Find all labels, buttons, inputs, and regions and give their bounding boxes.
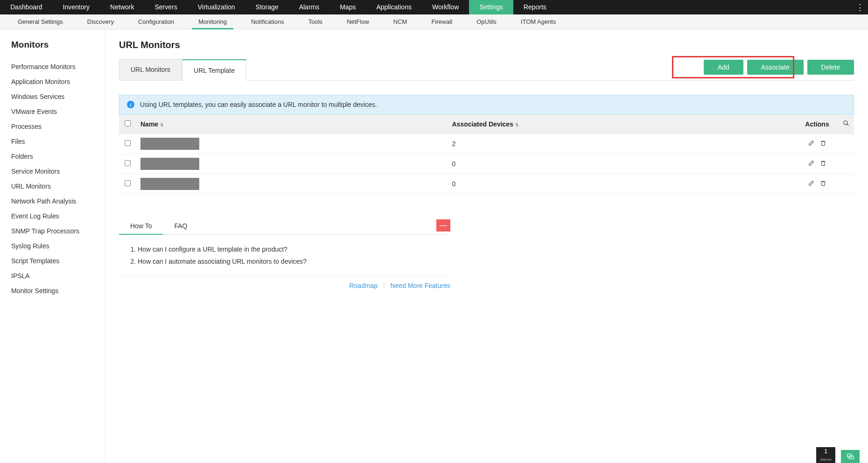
sidebar-item-url-monitors[interactable]: URL Monitors xyxy=(11,179,105,194)
howto-section: How ToFAQ — How can I configure a URL te… xyxy=(119,217,450,289)
sidebar-item-performance-monitors[interactable]: Performance Monitors xyxy=(11,59,105,74)
row-name xyxy=(136,174,447,194)
sidebar-item-snmp-trap-processors[interactable]: SNMP Trap Processors xyxy=(11,224,105,239)
search-icon[interactable] xyxy=(843,120,849,128)
sidebar-item-windows-services[interactable]: Windows Services xyxy=(11,89,105,104)
redacted-name xyxy=(140,158,199,170)
subnav-item-monitoring[interactable]: Monitoring xyxy=(186,14,239,29)
subnav-item-oputils[interactable]: OpUtils xyxy=(464,14,509,29)
tab-url-template[interactable]: URL Template xyxy=(182,59,246,81)
associate-button[interactable]: Associate xyxy=(747,60,804,75)
sidebar-item-service-monitors[interactable]: Service Monitors xyxy=(11,164,105,179)
topnav-item-alarms[interactable]: Alarms xyxy=(289,0,330,14)
edit-icon[interactable] xyxy=(808,140,814,148)
table-row: 0 xyxy=(119,174,854,194)
tab-row: URL MonitorsURL Template Add Associate D… xyxy=(119,59,854,81)
howto-close-button[interactable]: — xyxy=(436,219,450,232)
sidebar-item-monitor-settings[interactable]: Monitor Settings xyxy=(11,283,105,298)
row-devices: 0 xyxy=(447,174,796,194)
sidebar: Monitors Performance MonitorsApplication… xyxy=(0,29,105,463)
info-text: Using URL templates, you can easily asso… xyxy=(140,101,377,108)
row-name xyxy=(136,154,447,174)
subnav-item-firewall[interactable]: Firewall xyxy=(419,14,464,29)
row-checkbox[interactable] xyxy=(125,160,131,166)
topnav-item-virtualization[interactable]: Virtualization xyxy=(188,0,245,14)
sort-icon[interactable]: ⇅ xyxy=(160,123,164,127)
howto-item[interactable]: How can I automate associating URL monit… xyxy=(138,255,450,267)
topnav-item-storage[interactable]: Storage xyxy=(245,0,289,14)
row-devices: 0 xyxy=(447,154,796,174)
topnav-item-reports[interactable]: Reports xyxy=(513,0,557,14)
table-row: 0 xyxy=(119,154,854,174)
info-icon: i xyxy=(127,101,134,108)
roadmap-link[interactable]: Roadmap xyxy=(349,282,378,289)
top-nav: DashboardInventoryNetworkServersVirtuali… xyxy=(0,0,868,14)
main-content: URL Monitors URL MonitorsURL Template Ad… xyxy=(105,29,868,463)
sidebar-item-syslog-rules[interactable]: Syslog Rules xyxy=(11,239,105,253)
subnav-item-ncm[interactable]: NCM xyxy=(381,14,420,29)
delete-icon[interactable] xyxy=(820,181,826,188)
alarms-widget[interactable]: 1 Alarms xyxy=(816,447,835,463)
col-devices: Associated Devices⇅ xyxy=(447,114,796,134)
topnav-item-workflow[interactable]: Workflow xyxy=(422,0,469,14)
templates-table: Name⇅ Associated Devices⇅ Actions 200 xyxy=(119,114,854,194)
subnav-item-configuration[interactable]: Configuration xyxy=(126,14,186,29)
topnav-item-inventory[interactable]: Inventory xyxy=(53,0,100,14)
svg-line-1 xyxy=(847,124,849,126)
howto-tab-how-to[interactable]: How To xyxy=(119,217,163,234)
subnav-item-general-settings[interactable]: General Settings xyxy=(6,14,75,29)
subnav-item-itom-agents[interactable]: ITOM Agents xyxy=(509,14,568,29)
col-actions: Actions xyxy=(796,114,838,134)
howto-tab-faq[interactable]: FAQ xyxy=(163,217,198,234)
topnav-item-maps[interactable]: Maps xyxy=(329,0,366,14)
subnav-item-tools[interactable]: Tools xyxy=(296,14,335,29)
table-row: 2 xyxy=(119,134,854,154)
sidebar-title: Monitors xyxy=(11,40,105,50)
edit-icon[interactable] xyxy=(808,181,814,188)
topnav-item-settings[interactable]: Settings xyxy=(469,0,513,14)
page-title: URL Monitors xyxy=(119,40,854,50)
sub-nav: General SettingsDiscoveryConfigurationMo… xyxy=(0,14,868,29)
delete-button[interactable]: Delete xyxy=(807,60,854,75)
row-devices: 2 xyxy=(447,134,796,154)
chat-widget[interactable] xyxy=(841,450,860,463)
topnav-item-dashboard[interactable]: Dashboard xyxy=(0,0,53,14)
select-all-checkbox[interactable] xyxy=(125,120,131,126)
sidebar-item-application-monitors[interactable]: Application Monitors xyxy=(11,74,105,89)
subnav-item-discovery[interactable]: Discovery xyxy=(75,14,126,29)
redacted-name xyxy=(140,138,199,150)
subnav-item-notifications[interactable]: Notifications xyxy=(239,14,296,29)
add-button[interactable]: Add xyxy=(704,60,743,75)
sidebar-item-script-templates[interactable]: Script Templates xyxy=(11,253,105,268)
sidebar-item-files[interactable]: Files xyxy=(11,134,105,149)
topnav-item-servers[interactable]: Servers xyxy=(144,0,187,14)
sort-icon[interactable]: ⇅ xyxy=(515,123,519,127)
row-name xyxy=(136,134,447,154)
delete-icon[interactable] xyxy=(820,140,826,148)
need-features-link[interactable]: Need More Features xyxy=(391,282,450,289)
sidebar-item-folders[interactable]: Folders xyxy=(11,149,105,164)
subnav-item-netflow[interactable]: NetFlow xyxy=(335,14,381,29)
row-checkbox[interactable] xyxy=(125,140,131,146)
delete-icon[interactable] xyxy=(820,161,826,168)
redacted-name xyxy=(140,178,199,190)
topnav-item-applications[interactable]: Applications xyxy=(366,0,422,14)
row-checkbox[interactable] xyxy=(125,180,131,186)
sidebar-item-processes[interactable]: Processes xyxy=(11,119,105,134)
col-name: Name⇅ xyxy=(136,114,447,134)
info-banner: i Using URL templates, you can easily as… xyxy=(119,95,854,114)
sidebar-item-event-log-rules[interactable]: Event Log Rules xyxy=(11,209,105,224)
more-menu-icon[interactable]: ⋮ xyxy=(856,2,864,13)
topnav-item-network[interactable]: Network xyxy=(100,0,144,14)
sidebar-item-ipsla[interactable]: IPSLA xyxy=(11,268,105,283)
sidebar-item-network-path-analysis[interactable]: Network Path Analysis xyxy=(11,194,105,209)
svg-point-0 xyxy=(844,121,847,125)
sidebar-item-vmware-events[interactable]: VMware Events xyxy=(11,104,105,119)
edit-icon[interactable] xyxy=(808,161,814,168)
tab-url-monitors[interactable]: URL Monitors xyxy=(119,59,182,80)
howto-item[interactable]: How can I configure a URL template in th… xyxy=(138,243,450,255)
